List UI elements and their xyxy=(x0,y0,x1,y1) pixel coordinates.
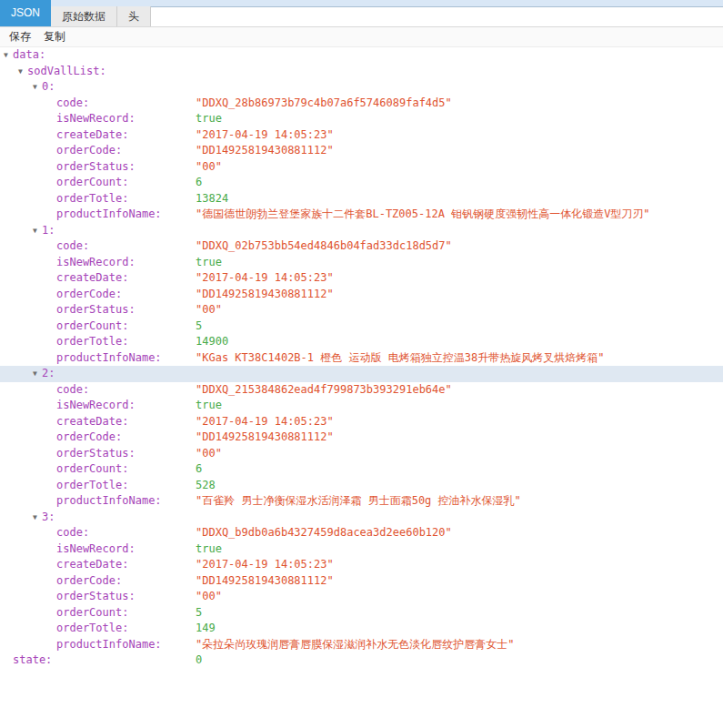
json-tree-row[interactable]: productInfoName:"朵拉朵尚玫瑰润唇膏唇膜保湿滋润补水无色淡化唇纹… xyxy=(0,637,723,653)
json-tree-row[interactable]: orderCode:"DD14925819430881112" xyxy=(0,287,723,303)
json-tree: ▼data:▼sodVallList:▼0:code:"DDXQ_28b8697… xyxy=(0,47,723,669)
json-value: "百雀羚 男士净衡保湿水活润泽霜 男士面霜50g 控油补水保湿乳" xyxy=(196,494,521,507)
json-value: 6 xyxy=(196,176,202,188)
json-value: "DDXQ_215384862ead4f799873b393291eb64e" xyxy=(196,383,452,396)
json-key: state: xyxy=(13,653,52,666)
json-key: orderTotle: xyxy=(56,479,128,491)
json-key: isNewRecord: xyxy=(56,399,136,411)
json-value: 528 xyxy=(196,479,216,491)
json-tree-row[interactable]: ▼sodVallList: xyxy=(0,64,723,80)
collapse-toggle-icon[interactable]: ▼ xyxy=(33,366,42,382)
json-tree-row[interactable]: createDate:"2017-04-19 14:05:23" xyxy=(0,127,723,144)
json-tree-row[interactable]: createDate:"2017-04-19 14:05:23" xyxy=(0,414,723,430)
save-button[interactable]: 保存 xyxy=(7,29,33,45)
json-value: 13824 xyxy=(196,192,228,205)
json-tree-row[interactable]: ▼data: xyxy=(0,47,723,64)
json-value: true xyxy=(196,256,222,268)
json-tree-row[interactable]: createDate:"2017-04-19 14:05:23" xyxy=(0,270,723,287)
json-tree-row[interactable]: orderTotle:14900 xyxy=(0,334,723,350)
tab-json[interactable]: JSON xyxy=(0,0,51,26)
json-tree-row[interactable]: isNewRecord:true xyxy=(0,111,723,127)
json-value: "DD14925819430881112" xyxy=(196,574,334,587)
json-tree-row[interactable]: isNewRecord:true xyxy=(0,398,723,414)
json-tree-row[interactable]: ▼1: xyxy=(0,223,723,239)
json-tree-row[interactable]: productInfoName:"百雀羚 男士净衡保湿水活润泽霜 男士面霜50g… xyxy=(0,493,723,510)
json-key: sodVallList: xyxy=(27,65,106,77)
json-tree-row[interactable]: productInfoName:"KGas KT38C1402B-1 橙色 运动… xyxy=(0,350,723,367)
json-value: true xyxy=(196,112,222,125)
json-tree-row[interactable]: code:"DDXQ_02b753bb54ed4846b04fad33dc18d… xyxy=(0,238,723,255)
json-tree-row[interactable]: orderStatus:"00" xyxy=(0,302,723,318)
json-value: "00" xyxy=(196,303,222,316)
json-tree-row[interactable]: orderTotle:528 xyxy=(0,478,723,494)
json-key: code: xyxy=(56,383,89,396)
json-key: createDate: xyxy=(56,415,128,428)
json-value: "DDXQ_b9db0a6b4327459d8acea3d2ee60b120" xyxy=(196,526,452,539)
json-key: orderStatus: xyxy=(56,447,136,460)
json-key: orderCount: xyxy=(56,606,128,619)
json-key: data: xyxy=(13,48,45,61)
json-value: true xyxy=(196,399,222,411)
json-value: 5 xyxy=(196,319,202,332)
json-value: "德国德世朗勃兰登堡家族十二件套BL-TZ005-12A 钼钒钢硬度强韧性高一体… xyxy=(196,207,650,220)
json-key: 3: xyxy=(42,511,55,523)
json-tree-row[interactable]: isNewRecord:true xyxy=(0,255,723,271)
json-key: orderCount: xyxy=(56,319,128,332)
copy-button[interactable]: 复制 xyxy=(42,29,67,45)
collapse-toggle-icon[interactable]: ▼ xyxy=(33,223,42,239)
json-tree-row[interactable]: isNewRecord:true xyxy=(0,541,723,558)
json-key: orderCode: xyxy=(56,574,122,587)
json-key: 1: xyxy=(42,224,55,237)
json-key: 2: xyxy=(42,367,55,379)
json-tree-row[interactable]: orderCode:"DD14925819430881112" xyxy=(0,430,723,446)
tab-headers[interactable]: 头 xyxy=(117,6,151,26)
json-key: orderTotle: xyxy=(56,192,128,205)
json-tree-row[interactable]: orderCount:5 xyxy=(0,605,723,622)
json-tree-row[interactable]: state:0 xyxy=(0,652,723,669)
json-tree-row[interactable]: orderCount:6 xyxy=(0,175,723,191)
json-value: "DDXQ_02b753bb54ed4846b04fad33dc18d5d7" xyxy=(196,239,452,252)
collapse-toggle-icon[interactable]: ▼ xyxy=(33,510,42,526)
json-value: 6 xyxy=(196,462,202,475)
json-value: true xyxy=(196,542,222,555)
json-value: "00" xyxy=(196,447,222,460)
json-value: "DDXQ_28b86973b79c4b07a6f5746089faf4d5" xyxy=(196,96,452,109)
json-tree-row[interactable]: orderCode:"DD14925819430881112" xyxy=(0,573,723,590)
json-viewer-tab-strip: JSON 原始数据 头 xyxy=(0,7,723,27)
json-value: "DD14925819430881112" xyxy=(196,288,334,300)
json-value: 5 xyxy=(196,606,202,619)
collapse-toggle-icon[interactable]: ▼ xyxy=(4,47,13,64)
json-key: code: xyxy=(56,239,89,252)
json-toolbar: 保存 复制 xyxy=(0,27,723,47)
json-tree-row[interactable]: ▼2: xyxy=(0,366,723,382)
json-tree-row[interactable]: createDate:"2017-04-19 14:05:23" xyxy=(0,557,723,573)
json-tree-row[interactable]: orderCount:6 xyxy=(0,461,723,478)
json-tree-row[interactable]: code:"DDXQ_28b86973b79c4b07a6f5746089faf… xyxy=(0,96,723,112)
json-tree-row[interactable]: orderTotle:149 xyxy=(0,621,723,637)
json-tree-row[interactable]: orderCode:"DD14925819430881112" xyxy=(0,143,723,159)
json-key: orderCode: xyxy=(56,144,122,157)
json-tree-row[interactable]: code:"DDXQ_b9db0a6b4327459d8acea3d2ee60b… xyxy=(0,525,723,541)
json-tree-row[interactable]: orderStatus:"00" xyxy=(0,589,723,605)
json-tree-row[interactable]: orderCount:5 xyxy=(0,318,723,335)
json-tree-row[interactable]: ▼0: xyxy=(0,79,723,96)
json-tree-row[interactable]: orderStatus:"00" xyxy=(0,159,723,176)
json-key: productInfoName: xyxy=(56,207,162,220)
json-tree-row[interactable]: orderStatus:"00" xyxy=(0,446,723,462)
json-key: orderTotle: xyxy=(56,335,128,348)
json-value: "2017-04-19 14:05:23" xyxy=(196,558,334,571)
collapse-toggle-icon[interactable]: ▼ xyxy=(18,64,27,80)
json-tree-row[interactable]: orderTotle:13824 xyxy=(0,191,723,207)
json-value: "KGas KT38C1402B-1 橙色 运动版 电烤箱独立控温38升带热旋风… xyxy=(196,351,604,364)
json-value: "2017-04-19 14:05:23" xyxy=(196,271,334,284)
json-key: createDate: xyxy=(56,558,128,571)
json-tree-row[interactable]: productInfoName:"德国德世朗勃兰登堡家族十二件套BL-TZ005… xyxy=(0,207,723,223)
json-tree-row[interactable]: ▼3: xyxy=(0,510,723,526)
tab-raw-data[interactable]: 原始数据 xyxy=(51,6,117,26)
json-key: productInfoName: xyxy=(56,494,162,507)
collapse-toggle-icon[interactable]: ▼ xyxy=(33,79,42,96)
json-value: 0 xyxy=(196,653,202,666)
json-tree-row[interactable]: code:"DDXQ_215384862ead4f799873b393291eb… xyxy=(0,382,723,399)
json-key: code: xyxy=(56,526,89,539)
json-key: code: xyxy=(56,96,89,109)
